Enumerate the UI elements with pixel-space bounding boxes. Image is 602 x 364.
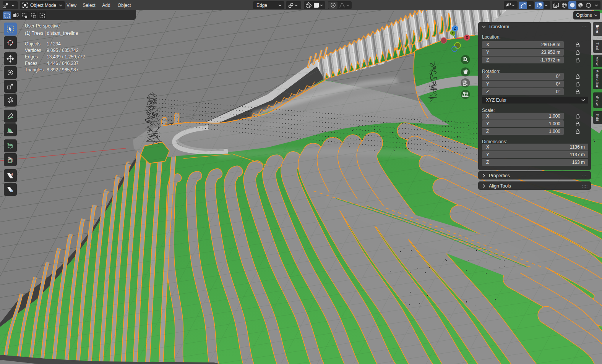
svg-text:Y: Y bbox=[451, 31, 454, 35]
svg-text:X: X bbox=[466, 36, 468, 40]
svg-text:Z: Z bbox=[454, 26, 456, 31]
